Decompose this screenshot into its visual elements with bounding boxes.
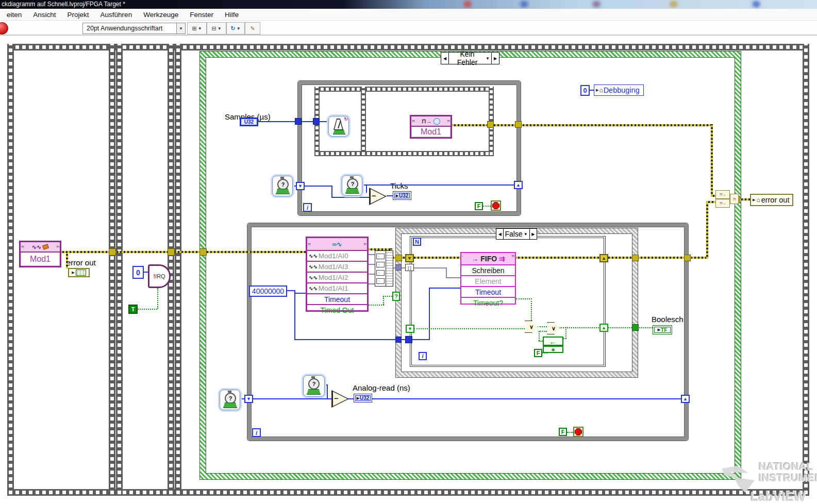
fifo-element-row[interactable]: Element [461, 275, 515, 286]
error-tunnel[interactable] [395, 255, 402, 261]
ai-timed-out-row[interactable]: Timed Out [307, 304, 367, 315]
error-out-indicator[interactable]: ▶ ⌂ error out [750, 194, 793, 206]
index-tunnel[interactable]: [ ] [405, 264, 414, 271]
error-tunnel[interactable] [168, 248, 175, 256]
analog-read-indicator[interactable]: ▶ U32 [354, 394, 372, 402]
feedback-node[interactable]: ← [543, 337, 563, 346]
boolean-wire[interactable] [414, 328, 525, 329]
irq-node[interactable]: ! IRQ [148, 264, 171, 288]
iteration-terminal[interactable]: i [303, 203, 312, 212]
build-array-node[interactable]: → → → → [375, 250, 393, 287]
loop-condition-terminal[interactable] [573, 427, 583, 437]
flat-sequence-border-left[interactable] [7, 44, 14, 496]
menu-bearbeiten[interactable]: eiten [1, 9, 27, 20]
iteration-terminal[interactable]: i [252, 428, 261, 437]
false-constant[interactable]: F [534, 349, 542, 357]
false-constant[interactable]: F [475, 202, 483, 210]
tunnel[interactable] [405, 336, 412, 343]
next-case-icon[interactable]: ▶ [529, 229, 537, 239]
shift-register-right[interactable]: ▲ [514, 181, 523, 189]
ticks-label[interactable]: Ticks [390, 182, 408, 190]
tunnel[interactable] [295, 118, 302, 125]
fifo-timeout-row[interactable]: Timeout [461, 286, 515, 297]
loop-condition-terminal[interactable] [491, 200, 501, 211]
tick-count-vi[interactable]: ? [272, 176, 293, 196]
boolean-shift-register-right[interactable]: ▲ [599, 324, 608, 332]
iteration-terminal[interactable]: i [419, 352, 427, 360]
chevron-down-icon[interactable]: ▼ [486, 56, 490, 61]
flat-sequence-border-right[interactable] [803, 44, 809, 496]
loop-count-terminal[interactable]: N [413, 238, 421, 246]
distribute-objects-button[interactable]: ⊟ ▼ [207, 22, 226, 35]
ai-channel-row[interactable]: ∿∿Mod1/AI0 [307, 250, 367, 261]
case-selector-label-inner[interactable]: ◀ False ▼ ▶ [496, 228, 537, 240]
shift-register-left[interactable]: ▼ [296, 182, 305, 190]
tunnel[interactable] [395, 337, 402, 343]
case-selector-label-main[interactable]: ◀ Kein Fehler ▼ ▶ [441, 52, 499, 64]
error-shift-register-right[interactable]: ▲ [599, 254, 608, 262]
error-wire[interactable] [60, 251, 307, 253]
fifo-write-node[interactable]: ▫ → FIFO ⇉ ?! Schreiben Element Timeout … [460, 252, 516, 305]
error-wire[interactable] [711, 124, 713, 196]
error-wire[interactable] [739, 198, 750, 200]
boolean-shift-register-left[interactable]: ▼ [406, 325, 414, 333]
error-tunnel[interactable] [632, 255, 639, 261]
subtract-node[interactable]: − [331, 390, 349, 408]
menu-hilfe[interactable]: Hilfe [219, 9, 244, 20]
timeout-constant[interactable]: 40000000 [249, 285, 287, 297]
error-tunnel[interactable] [684, 255, 691, 261]
boolesch-label[interactable]: Boolesch [652, 315, 683, 323]
boolesch-indicator[interactable]: ▶ TF [653, 325, 672, 334]
chevron-down-icon[interactable]: ▼ [176, 23, 185, 33]
tick-count-vi[interactable]: ? [303, 375, 325, 397]
tick-count-vi[interactable]: ? [342, 175, 362, 196]
menu-ausfuehren[interactable]: Ausführen [95, 9, 138, 20]
inner-sequence-border-top[interactable] [314, 87, 494, 92]
menu-projekt[interactable]: Projekt [62, 9, 95, 20]
error-shift-register-left[interactable]: ▼ [405, 254, 414, 262]
true-constant[interactable]: T [128, 305, 138, 314]
flat-sequence-frame-divider[interactable] [175, 44, 181, 496]
shift-register-right[interactable]: ▲ [681, 395, 690, 403]
boolean-wire[interactable] [608, 327, 653, 328]
mod1-method-node[interactable]: ?! ⊓→ ?! Mod1 [410, 115, 452, 139]
error-wire[interactable] [706, 202, 708, 259]
error-wire[interactable] [66, 253, 68, 268]
irq-number-constant[interactable]: 0 [132, 266, 144, 279]
error-tunnel[interactable] [199, 248, 207, 256]
merge-errors-node[interactable]: ?!→ ?!→ ?! [715, 190, 739, 208]
u32-wire[interactable] [361, 184, 514, 186]
ai-channel-row[interactable]: ∿∿Mod1/AI1 [307, 282, 367, 293]
error-tunnel[interactable] [515, 121, 522, 128]
ai-channel-row[interactable]: ∿∿Mod1/AI2 [307, 272, 367, 282]
subtract-node[interactable]: − [369, 188, 387, 205]
fifo-method-row[interactable]: Schreiben [461, 264, 515, 275]
align-objects-button[interactable]: ⊞ ▼ [187, 22, 207, 35]
menu-ansicht[interactable]: Ansicht [27, 9, 61, 20]
error-wire[interactable] [706, 201, 715, 203]
debug-number-constant[interactable]: 0 [580, 85, 590, 96]
case-selector-terminal[interactable]: ? [392, 292, 400, 301]
u32-wire[interactable] [253, 398, 681, 399]
boolean-wire[interactable] [369, 305, 384, 306]
error-wire[interactable] [692, 257, 707, 259]
boolean-wire[interactable] [157, 288, 158, 309]
error-out-left-terminal[interactable]: ▶ [68, 268, 90, 277]
tunnel[interactable] [313, 118, 320, 125]
false-constant[interactable]: F [559, 428, 567, 436]
ai-timeout-row[interactable]: Timeout [307, 293, 367, 304]
shift-register-left[interactable]: ▼ [244, 395, 253, 403]
loop-timer-vi[interactable]: ↻ [328, 116, 349, 137]
reorder-button[interactable]: ↻ ▼ [226, 22, 245, 35]
analog-input-node[interactable]: ?! ∞∿ ?! ∿∿Mod1/AI0 ∿∿Mod1/AI3 ∿∿Mod1/AI… [306, 237, 369, 312]
inner-sequence-border-bottom[interactable] [314, 151, 494, 156]
previous-case-icon[interactable]: ◀ [496, 229, 504, 239]
samples-control-terminal[interactable]: U32 [240, 117, 258, 126]
debugging-indicator[interactable]: ▶ ⌂ Debbuging [594, 85, 644, 96]
chevron-down-icon[interactable]: ▼ [524, 232, 528, 237]
feedback-initializer[interactable]: ∗ [543, 346, 563, 353]
flat-sequence-border-bottom[interactable] [7, 489, 809, 496]
font-selector[interactable]: 20pt Anwendungsschriftart ▼ [82, 23, 186, 34]
tick-count-vi[interactable]: ? [220, 390, 240, 410]
flat-sequence-frame-divider[interactable] [116, 44, 123, 496]
